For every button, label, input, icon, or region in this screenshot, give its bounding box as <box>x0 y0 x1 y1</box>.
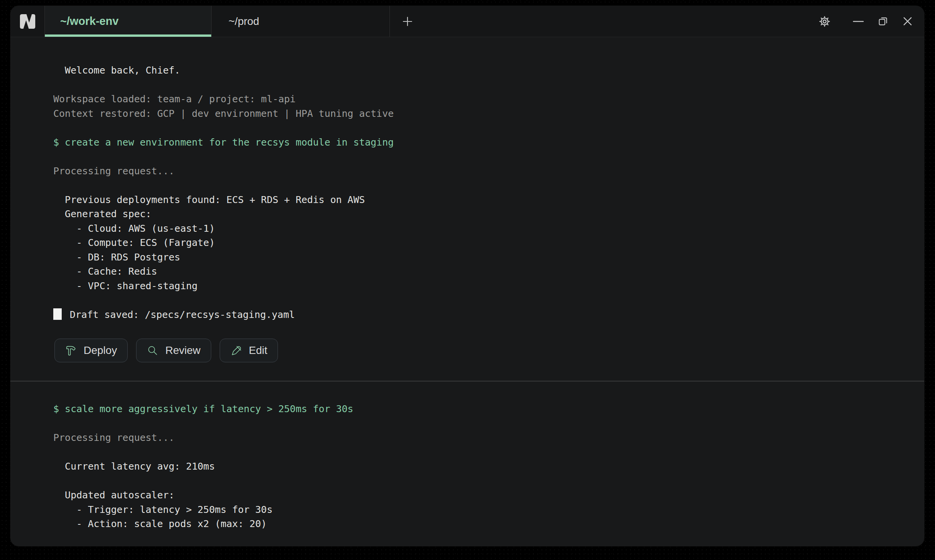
plus-icon <box>402 16 413 27</box>
draft-saved-text: Draft saved: /specs/recsys-staging.yaml <box>70 309 295 320</box>
autoscaler-header: Updated autoscaler: <box>53 488 924 503</box>
minimize-icon <box>853 16 864 27</box>
deploy-button[interactable]: Deploy <box>54 339 128 362</box>
tab-bar: ~/work-env ~/prod <box>10 6 924 37</box>
processing-line-1: Processing request... <box>53 164 924 178</box>
command-line-2: $ scale more aggressively if latency > 2… <box>53 402 924 416</box>
restore-icon <box>878 16 888 26</box>
minimize-button[interactable] <box>853 16 864 27</box>
context-line: Context restored: GCP | dev environment … <box>53 106 924 121</box>
window-controls <box>818 6 924 37</box>
command-line-1: $ create a new environment for the recsy… <box>53 135 924 150</box>
tab-prod[interactable]: ~/prod <box>212 6 390 37</box>
new-tab-button[interactable] <box>390 6 425 37</box>
review-button[interactable]: Review <box>136 339 211 362</box>
deploy-button-label: Deploy <box>84 344 117 357</box>
magnifier-icon <box>147 345 159 357</box>
autoscaler-line: - Action: scale pods x2 (max: 20) <box>53 517 924 531</box>
block-cursor <box>53 308 62 320</box>
autoscaler-line: - Trigger: latency > 250ms for 30s <box>53 503 924 517</box>
output-line: Generated spec: <box>53 207 924 221</box>
app-logo-icon <box>20 14 35 29</box>
latency-line: Current latency avg: 210ms <box>53 459 924 474</box>
settings-button[interactable] <box>818 15 831 28</box>
close-button[interactable] <box>902 16 913 26</box>
action-buttons: Deploy Review Edit <box>54 339 924 381</box>
review-button-label: Review <box>165 344 200 357</box>
tab-work-env-label: ~/work-env <box>60 15 118 28</box>
workspace-line: Workspace loaded: team-a / project: ml-a… <box>53 92 924 106</box>
tab-work-env[interactable]: ~/work-env <box>45 6 212 37</box>
tab-prod-label: ~/prod <box>228 15 259 28</box>
output-line: - DB: RDS Postgres <box>53 250 924 265</box>
edit-button-label: Edit <box>249 344 267 357</box>
terminal-session-2: $ scale more aggressively if latency > 2… <box>10 382 924 531</box>
gear-icon <box>818 15 831 28</box>
hammer-icon <box>65 345 77 357</box>
maximize-button[interactable] <box>878 16 888 26</box>
output-line: Previous deployments found: ECS + RDS + … <box>53 193 924 207</box>
pen-icon <box>230 345 242 357</box>
output-line: - Compute: ECS (Fargate) <box>53 236 924 250</box>
close-icon <box>902 16 913 26</box>
terminal-session-1: Welcome back, Chief. Workspace loaded: t… <box>10 37 924 381</box>
app-logo <box>10 6 45 37</box>
output-line: - Cloud: AWS (us-east-1) <box>53 221 924 236</box>
terminal-window: ~/work-env ~/prod <box>10 6 924 546</box>
welcome-line: Welcome back, Chief. <box>53 63 924 78</box>
output-line: - VPC: shared-staging <box>53 279 924 293</box>
edit-button[interactable]: Edit <box>220 339 278 362</box>
processing-line-2: Processing request... <box>53 431 924 445</box>
active-tab-underline <box>45 34 211 37</box>
output-line: - Cache: Redis <box>53 264 924 279</box>
draft-saved-line: Draft saved: /specs/recsys-staging.yaml <box>53 308 924 322</box>
